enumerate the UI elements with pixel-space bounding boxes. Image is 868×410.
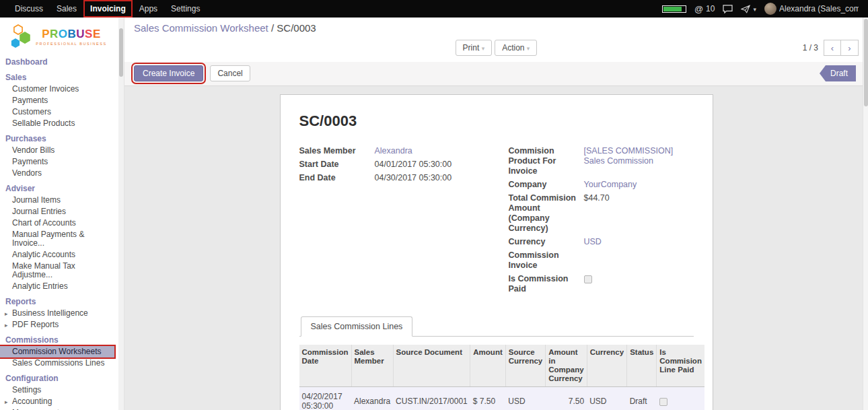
menu-sales[interactable]: Sales bbox=[50, 0, 83, 18]
cell-paid[interactable] bbox=[657, 387, 704, 410]
sidebar-section-adviser[interactable]: Adviser bbox=[0, 179, 114, 195]
app-window: Discuss Sales Invoicing Apps Settings @ … bbox=[0, 0, 868, 410]
timer-gauge-icon[interactable] bbox=[662, 5, 686, 13]
start-date-value: 04/01/2017 05:30:00 bbox=[375, 160, 484, 170]
logo-letter: S bbox=[85, 28, 93, 40]
sidebar-section-dashboard[interactable]: Dashboard bbox=[0, 53, 114, 68]
cell-doc[interactable]: CUST.IN/2017/0001 bbox=[393, 387, 470, 410]
create-invoice-button[interactable]: Create Invoice bbox=[134, 65, 203, 81]
sidebar-item-commission-worksheets[interactable]: Commission Worksheets bbox=[0, 346, 114, 357]
sidebar-section-purchases[interactable]: Purchases bbox=[0, 129, 114, 145]
table-header-row: Commission Date Sales Member Source Docu… bbox=[299, 345, 704, 387]
sidebar-item-chart-of-accounts[interactable]: Chart of Accounts bbox=[0, 217, 114, 229]
total-commission-amount-label: Total Commision Amount (Company Currency… bbox=[509, 193, 584, 234]
cell-date[interactable]: 04/20/2017 05:30:00 bbox=[299, 387, 352, 410]
sidebar-item-business-intelligence[interactable]: Business Intelligence bbox=[0, 308, 114, 319]
sidebar-section-sales[interactable]: Sales bbox=[0, 68, 114, 83]
sidebar-item-analytic-entries[interactable]: Analytic Entries bbox=[0, 281, 114, 292]
sidebar-section-reports[interactable]: Reports bbox=[0, 292, 114, 308]
commission-product-value[interactable]: [SALES COMMISSION] Sales Commission bbox=[584, 146, 694, 176]
cell-status[interactable]: Draft bbox=[627, 387, 657, 410]
cell-source-currency[interactable]: USD bbox=[505, 387, 546, 410]
sidebar-item-label: Business Intelligence bbox=[12, 308, 88, 318]
sidebar-item-manual-tax-adjustment[interactable]: Make Manual Tax Adjustme... bbox=[0, 261, 114, 281]
user-name: Alexandra (Sales_comm... bbox=[779, 4, 859, 13]
menu-discuss[interactable]: Discuss bbox=[8, 0, 50, 18]
cell-member[interactable]: Alexandra bbox=[351, 387, 393, 410]
col-currency[interactable]: Currency bbox=[587, 345, 627, 387]
sidebar-item-customer-invoices[interactable]: Customer Invoices bbox=[0, 83, 114, 95]
content-scrollbar[interactable] bbox=[863, 18, 868, 410]
avatar bbox=[764, 3, 776, 15]
sidebar-item-management[interactable]: Management bbox=[0, 407, 114, 410]
sidebar-menu: Dashboard Sales Customer Invoices Paymen… bbox=[0, 53, 114, 410]
logo-letter: U bbox=[76, 28, 85, 40]
col-is-commission-line-paid[interactable]: Is Commision Line Paid bbox=[657, 345, 704, 387]
currency-value[interactable]: USD bbox=[584, 237, 694, 247]
sidebar-scrollbar[interactable] bbox=[118, 18, 124, 410]
sidebar-scrollbar-thumb[interactable] bbox=[119, 28, 123, 77]
sales-member-value[interactable]: Alexandra bbox=[375, 146, 484, 156]
col-sales-member[interactable]: Sales Member bbox=[351, 345, 393, 387]
sidebar-item-journal-items[interactable]: Journal Items bbox=[0, 195, 114, 206]
sidebar-item-pdf-reports[interactable]: PDF Reports bbox=[0, 319, 114, 331]
sidebar-item-sales-commissions-lines[interactable]: Sales Commissions Lines bbox=[0, 357, 114, 369]
col-source-currency[interactable]: Source Currency bbox=[505, 345, 546, 387]
menu-settings[interactable]: Settings bbox=[164, 0, 207, 18]
col-status[interactable]: Status bbox=[627, 345, 657, 387]
sidebar-item-analytic-accounts[interactable]: Analytic Accounts bbox=[0, 249, 114, 261]
sidebar-item-payments-purchases[interactable]: Payments bbox=[0, 156, 114, 168]
activities-menu[interactable]: @ 10 bbox=[694, 4, 715, 14]
col-commission-date[interactable]: Commission Date bbox=[299, 345, 352, 387]
pager-previous-button[interactable] bbox=[824, 40, 841, 56]
sidebar-item-manual-payments[interactable]: Manual Payments & Invoice... bbox=[0, 229, 114, 249]
logo-hexagons-icon bbox=[7, 23, 33, 50]
main-content: Sales Commission Worksheet / SC/0003 Pri… bbox=[124, 18, 868, 410]
record-title: SC/0003 bbox=[299, 112, 694, 130]
pager-next-button[interactable] bbox=[841, 40, 859, 56]
menu-apps[interactable]: Apps bbox=[133, 0, 164, 18]
menu-invoicing[interactable]: Invoicing bbox=[83, 0, 133, 18]
expand-arrow-icon bbox=[5, 309, 8, 318]
logo-letter: P bbox=[42, 28, 50, 40]
status-badge-draft[interactable]: Draft bbox=[820, 65, 856, 81]
sidebar-item-journal-entries[interactable]: Journal Entries bbox=[0, 206, 114, 217]
sidebar-item-customers[interactable]: Customers bbox=[0, 106, 114, 118]
at-icon: @ bbox=[694, 4, 703, 14]
col-amount[interactable]: Amount bbox=[470, 345, 505, 387]
sidebar-item-settings[interactable]: Settings bbox=[0, 384, 114, 396]
sidebar-item-vendors[interactable]: Vendors bbox=[0, 168, 114, 179]
caret-down-icon bbox=[527, 43, 530, 53]
cancel-button[interactable]: Cancel bbox=[210, 65, 250, 81]
print-button[interactable]: Print bbox=[456, 40, 493, 56]
cell-currency[interactable]: USD bbox=[587, 387, 627, 410]
planner-menu[interactable] bbox=[741, 4, 756, 13]
sidebar-item-vendor-bills[interactable]: Vendor Bills bbox=[0, 145, 114, 156]
col-amount-company-currency[interactable]: Amount in Company Currency bbox=[546, 345, 587, 387]
is-commission-paid-label: Is Commission Paid bbox=[509, 274, 584, 294]
cell-company-amount[interactable]: 7.50 bbox=[546, 387, 587, 410]
messages-menu[interactable] bbox=[723, 5, 733, 13]
form-statusbar: Create Invoice Cancel Draft bbox=[124, 62, 868, 86]
breadcrumb-parent-link[interactable]: Sales Commission Worksheet bbox=[134, 22, 268, 34]
logo-letter: R bbox=[50, 28, 59, 40]
probuse-logo: PROBUSE PROFESSIONAL BUSINESS bbox=[0, 18, 114, 53]
sidebar-section-commissions[interactable]: Commissions bbox=[0, 331, 114, 346]
sidebar-item-sellable-products[interactable]: Sellable Products bbox=[0, 118, 114, 129]
sidebar-section-configuration[interactable]: Configuration bbox=[0, 369, 114, 384]
user-menu[interactable]: Alexandra (Sales_comm... bbox=[764, 3, 859, 15]
total-commission-amount-value: $44.70 bbox=[584, 193, 694, 234]
main-row: PROBUSE PROFESSIONAL BUSINESS Dashboard … bbox=[0, 18, 868, 410]
sidebar-item-accounting[interactable]: Accounting bbox=[0, 396, 114, 407]
cell-amount[interactable]: $ 7.50 bbox=[470, 387, 505, 410]
col-source-document[interactable]: Source Document bbox=[393, 345, 470, 387]
sidebar-item-payments[interactable]: Payments bbox=[0, 95, 114, 106]
company-value[interactable]: YourCompany bbox=[584, 180, 694, 190]
table-row[interactable]: 04/20/2017 05:30:00 Alexandra CUST.IN/20… bbox=[299, 387, 704, 410]
action-button[interactable]: Action bbox=[495, 40, 537, 56]
tab-sales-commission-lines[interactable]: Sales Commission Lines bbox=[301, 316, 413, 337]
activities-count: 10 bbox=[706, 4, 715, 13]
sidebar-item-label: Accounting bbox=[12, 397, 52, 406]
sales-member-label: Sales Member bbox=[299, 146, 375, 156]
content-scrollbar-thumb[interactable] bbox=[864, 19, 868, 106]
